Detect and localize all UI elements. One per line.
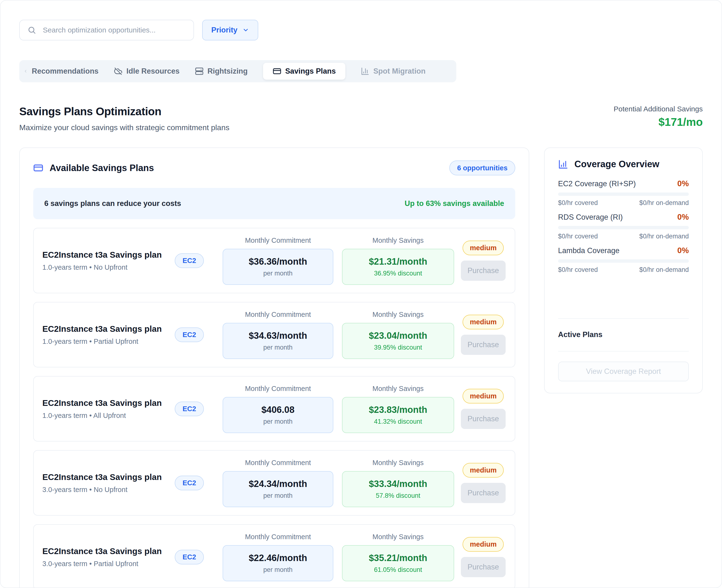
service-badge: EC2 (175, 550, 204, 564)
search-icon (27, 26, 36, 35)
commitment-value: $24.34/month (249, 479, 307, 489)
savings-label: Monthly Savings (372, 236, 424, 245)
opportunities-badge: 6 opportunities (449, 161, 515, 175)
commitment-label: Monthly Commitment (245, 385, 311, 393)
bar-chart-icon (361, 67, 369, 76)
plan-name: EC2Instance t3a Savings plan (42, 546, 175, 556)
tab-spot-migration-label: Spot Migration (373, 67, 426, 76)
savings-label: Monthly Savings (372, 533, 424, 541)
tab-savings-plans[interactable]: Savings Plans (263, 63, 345, 80)
tab-idle-resources-label: Idle Resources (126, 67, 180, 76)
plans-card-header: Available Savings Plans 6 opportunities (33, 161, 515, 175)
commitment-box: $406.08 per month (223, 397, 333, 433)
app-window: Priority Recommendations Idle Resources … (0, 0, 722, 588)
coverage-metric: Lambda Coverage 0% $0/hr covered $0/hr o… (558, 246, 689, 274)
purchase-button[interactable]: Purchase (461, 260, 506, 281)
purchase-button[interactable]: Purchase (461, 557, 506, 577)
savings-box: $33.34/month 57.8% discount (342, 471, 454, 507)
commitment-label: Monthly Commitment (245, 236, 311, 245)
discount-value: 41.32% discount (374, 418, 422, 425)
potential-savings-label: Potential Additional Savings (614, 105, 703, 113)
cloud-off-icon (114, 67, 123, 76)
divider (558, 351, 689, 352)
coverage-metric: RDS Coverage (RI) 0% $0/hr covered $0/hr… (558, 212, 689, 240)
savings-label: Monthly Savings (372, 459, 424, 467)
service-badge: EC2 (175, 476, 204, 490)
commitment-value: $36.36/month (249, 256, 307, 267)
savings-box: $23.83/month 41.32% discount (342, 397, 454, 433)
commitment-period: per month (263, 418, 293, 425)
plan-name: EC2Instance t3a Savings plan (42, 472, 175, 482)
tab-spot-migration[interactable]: Spot Migration (361, 67, 426, 76)
plan-card: EC2Instance t3a Savings plan 3.0-years t… (33, 524, 515, 588)
potential-savings: Potential Additional Savings $171/mo (614, 105, 703, 128)
savings-box: $21.31/month 36.95% discount (342, 249, 454, 285)
plan-term: 3.0-years term • No Upfront (42, 486, 175, 494)
discount-value: 36.95% discount (374, 270, 422, 277)
coverage-metric-value: 0% (677, 212, 689, 222)
priority-badge: medium (462, 240, 504, 255)
purchase-button[interactable]: Purchase (461, 335, 506, 355)
service-badge: EC2 (175, 253, 204, 268)
commitment-box: $22.46/month per month (223, 545, 333, 581)
commitment-box: $36.36/month per month (223, 249, 333, 285)
commitment-value: $406.08 (261, 405, 294, 415)
chevron-down-icon (242, 27, 249, 34)
plan-term: 1.0-years term • All Upfront (42, 412, 175, 420)
coverage-metric-value: 0% (677, 179, 689, 188)
potential-savings-value: $171/mo (614, 115, 703, 128)
commitment-value: $34.63/month (249, 331, 307, 341)
savings-value: $23.83/month (369, 405, 427, 415)
commitment-value: $22.46/month (249, 553, 307, 563)
commitment-period: per month (263, 344, 293, 351)
plan-term: 3.0-years term • Partial Upfront (42, 560, 175, 568)
savings-banner: 6 savings plans can reduce your costs Up… (33, 188, 515, 219)
discount-value: 61.05% discount (374, 566, 422, 573)
plans-card-title: Available Savings Plans (49, 163, 154, 173)
coverage-metric-label: Lambda Coverage (558, 246, 619, 255)
banner-message: 6 savings plans can reduce your costs (44, 199, 181, 208)
savings-value: $21.31/month (369, 256, 427, 267)
coverage-progress-bar (558, 226, 689, 229)
coverage-progress-bar (558, 259, 689, 263)
priority-badge: medium (462, 463, 504, 478)
commitment-period: per month (263, 492, 293, 500)
bar-chart-icon (558, 159, 568, 169)
priority-badge: medium (462, 389, 504, 403)
savings-value: $35.21/month (369, 553, 427, 563)
service-badge: EC2 (175, 402, 204, 416)
clipped-icon (24, 69, 28, 74)
covered-amount: $0/hr covered (558, 266, 598, 274)
purchase-button[interactable]: Purchase (461, 409, 506, 429)
covered-amount: $0/hr covered (558, 233, 598, 240)
tab-idle-resources[interactable]: Idle Resources (114, 67, 180, 76)
tab-rightsizing-label: Rightsizing (207, 67, 248, 76)
coverage-progress-bar (558, 192, 689, 196)
page-title: Savings Plans Optimization (19, 105, 229, 118)
banner-savings: Up to 63% savings available (405, 199, 504, 208)
on-demand-amount: $0/hr on-demand (639, 199, 689, 207)
purchase-button[interactable]: Purchase (461, 483, 506, 503)
search-box (19, 20, 194, 40)
on-demand-amount: $0/hr on-demand (639, 266, 689, 274)
priority-filter-button[interactable]: Priority (202, 20, 258, 40)
tab-bar: Recommendations Idle Resources Rightsizi… (19, 60, 456, 82)
commitment-period: per month (263, 566, 293, 573)
covered-amount: $0/hr covered (558, 199, 598, 207)
active-plans-heading: Active Plans (558, 330, 689, 339)
commitment-label: Monthly Commitment (245, 311, 311, 318)
tab-savings-plans-label: Savings Plans (285, 67, 336, 76)
view-coverage-report-button[interactable]: View Coverage Report (558, 362, 689, 381)
savings-box: $23.04/month 39.95% discount (342, 323, 454, 359)
tab-rightsizing[interactable]: Rightsizing (195, 67, 248, 76)
available-plans-card: Available Savings Plans 6 opportunities … (19, 147, 529, 588)
tab-recommendations[interactable]: Recommendations (24, 67, 99, 76)
commitment-label: Monthly Commitment (245, 533, 311, 541)
commitment-box: $34.63/month per month (223, 323, 333, 359)
divider (558, 318, 689, 319)
priority-filter-label: Priority (211, 26, 238, 35)
commitment-period: per month (263, 270, 293, 277)
plan-term: 1.0-years term • No Upfront (42, 264, 175, 271)
savings-label: Monthly Savings (372, 311, 424, 318)
search-input[interactable] (19, 20, 194, 40)
